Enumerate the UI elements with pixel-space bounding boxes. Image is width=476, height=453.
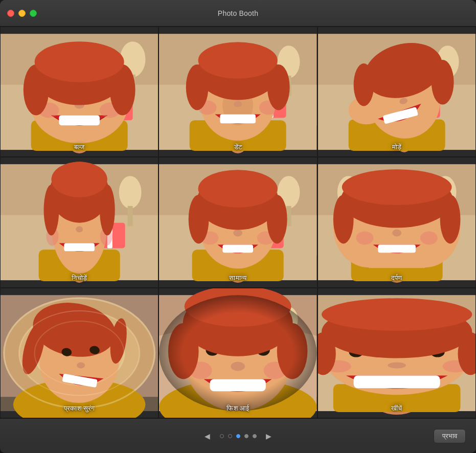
effect-cell-bulge[interactable]: बल्ज (0, 27, 158, 157)
svg-point-45 (198, 42, 278, 79)
effect-cell-mirror[interactable]: दर्पण (318, 157, 476, 287)
page-dot-4[interactable] (244, 434, 248, 438)
svg-rect-16 (59, 115, 100, 125)
svg-point-110 (189, 195, 209, 243)
svg-rect-84 (64, 243, 95, 252)
effect-cell-squeeze[interactable]: निचोड़ें (0, 157, 158, 287)
effects-grid: बल्ज (0, 27, 476, 418)
svg-point-111 (267, 195, 287, 243)
svg-point-105 (234, 230, 243, 237)
effect-cell-normal[interactable]: सामान्य (158, 157, 317, 287)
svg-point-83 (76, 227, 83, 233)
cell-label-normal: सामान्य (229, 274, 246, 282)
titlebar: Photo Booth (0, 0, 476, 27)
cell-label-mirror: दर्पण (391, 274, 402, 282)
svg-rect-39 (220, 114, 256, 123)
cell-label-twist: मोड़ें (392, 143, 402, 151)
effect-cell-stretch[interactable]: खींचें (318, 288, 476, 418)
next-page-button[interactable]: ▶ (263, 430, 275, 442)
svg-rect-106 (223, 245, 254, 253)
maximize-button[interactable] (30, 10, 37, 17)
svg-point-142 (342, 170, 451, 206)
page-dot-2[interactable] (228, 434, 232, 438)
main-window: Photo Booth (0, 0, 476, 453)
window-title: Photo Booth (218, 9, 258, 17)
cell-label-bulge: बल्ज (74, 143, 85, 151)
cell-label-dent: डेंट (234, 143, 242, 151)
svg-point-72 (119, 176, 142, 209)
effect-cell-lighttunnel[interactable]: प्रकाश सुरंग (0, 288, 158, 418)
svg-point-182 (159, 295, 316, 411)
svg-point-44 (267, 64, 290, 110)
navigation-area: ◀ ▶ (201, 430, 275, 442)
svg-point-200 (322, 298, 472, 331)
cell-label-squeeze: निचोड़ें (72, 274, 87, 282)
svg-rect-136 (378, 245, 416, 253)
svg-point-140 (333, 195, 353, 243)
effect-cell-dent[interactable]: डेंट (158, 27, 317, 157)
cell-label-fisheye: फिश आई (226, 404, 249, 413)
page-dot-3[interactable] (236, 434, 240, 438)
effects-button[interactable]: प्रभाव (434, 429, 466, 443)
svg-point-38 (234, 101, 242, 107)
minimize-button[interactable] (18, 10, 26, 17)
svg-point-88 (44, 185, 59, 235)
svg-point-67 (353, 63, 374, 106)
svg-point-22 (35, 41, 124, 82)
svg-point-135 (392, 230, 401, 237)
svg-point-90 (51, 162, 107, 198)
traffic-lights (7, 10, 37, 17)
svg-point-193 (388, 362, 406, 368)
svg-point-43 (186, 64, 209, 110)
svg-point-156 (77, 362, 85, 368)
svg-point-68 (431, 60, 454, 105)
svg-point-141 (440, 195, 460, 243)
page-dot-1[interactable] (220, 434, 224, 438)
effect-cell-twist[interactable]: मोड़ें (318, 27, 476, 157)
cell-label-lighttunnel: प्रकाश सुरंग (64, 404, 95, 413)
page-indicators (220, 434, 257, 438)
toolbar: ◀ ▶ प्रभाव (0, 418, 476, 453)
svg-point-138 (420, 232, 438, 245)
effect-cell-fisheye[interactable]: फिश आई (158, 288, 317, 418)
svg-rect-73 (128, 206, 133, 227)
close-button[interactable] (7, 10, 14, 17)
svg-point-112 (198, 170, 278, 208)
prev-page-button[interactable]: ◀ (201, 430, 214, 442)
svg-point-137 (356, 232, 373, 245)
svg-rect-194 (353, 375, 440, 388)
svg-point-89 (100, 185, 115, 235)
cell-label-stretch: खींचें (391, 404, 402, 413)
page-dot-5[interactable] (253, 434, 257, 438)
